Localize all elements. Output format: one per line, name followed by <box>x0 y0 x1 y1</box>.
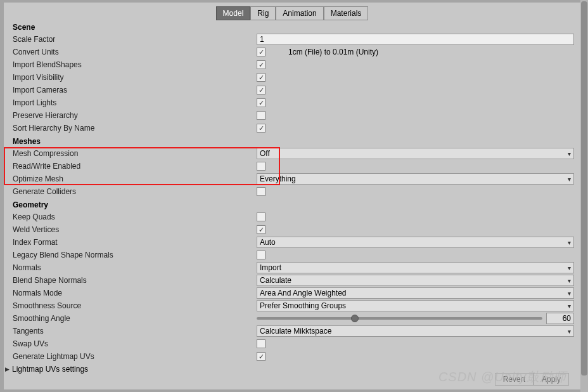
footer-buttons: Revert Apply <box>495 373 569 386</box>
convert-units-checkbox[interactable] <box>257 48 265 56</box>
chevron-down-icon: ▾ <box>568 176 571 183</box>
convert-units-label: Convert Units <box>13 48 257 56</box>
import-tabs: Model Rig Animation Materials <box>4 3 580 20</box>
generate-lightmap-uvs-checkbox[interactable] <box>257 352 265 361</box>
scale-factor-row: Scale Factor <box>13 33 574 46</box>
read-write-enabled-label: Read/Write Enabled <box>13 162 257 171</box>
normals-label: Normals <box>13 263 257 272</box>
weld-vertices-label: Weld Vertices <box>13 225 257 234</box>
preserve-hierarchy-label: Preserve Hierarchy <box>13 111 257 120</box>
optimize-mesh-label: Optimize Mesh <box>13 174 257 183</box>
swap-uvs-label: Swap UVs <box>13 339 257 348</box>
vertical-scrollbar[interactable] <box>580 0 588 392</box>
import-visibility-checkbox[interactable] <box>257 73 265 82</box>
keep-quads-label: Keep Quads <box>13 212 257 221</box>
generate-colliders-label: Generate Colliders <box>13 187 257 196</box>
mesh-compression-label: Mesh Compression <box>13 149 257 158</box>
blendshape-normals-dropdown[interactable]: Calculate▾ <box>257 275 574 286</box>
scale-factor-input[interactable] <box>257 34 574 45</box>
import-blendshapes-label: Import BlendShapes <box>13 60 257 69</box>
weld-vertices-checkbox[interactable] <box>257 225 265 234</box>
smoothness-source-label: Smoothness Source <box>13 301 257 310</box>
tab-animation[interactable]: Animation <box>276 6 323 20</box>
scrollbar-thumb[interactable] <box>581 1 587 376</box>
lightmap-uvs-settings-label: Lightmap UVs settings <box>12 365 88 374</box>
section-meshes-header: Meshes <box>4 134 580 147</box>
smoothing-angle-value[interactable]: 60 <box>546 313 574 324</box>
legacy-blendshape-normals-checkbox[interactable] <box>257 251 265 259</box>
import-lights-checkbox[interactable] <box>257 98 265 107</box>
tab-model[interactable]: Model <box>216 6 251 20</box>
normals-mode-label: Normals Mode <box>13 289 257 297</box>
blendshape-normals-label: Blend Shape Normals <box>13 276 257 285</box>
chevron-down-icon: ▾ <box>568 265 571 271</box>
import-cameras-checkbox[interactable] <box>257 86 265 95</box>
preserve-hierarchy-checkbox[interactable] <box>257 111 265 120</box>
import-visibility-label: Import Visibility <box>13 73 257 82</box>
index-format-label: Index Format <box>13 238 257 247</box>
tab-rig[interactable]: Rig <box>250 6 276 20</box>
apply-button[interactable]: Apply <box>534 373 569 386</box>
chevron-down-icon: ▾ <box>568 150 571 157</box>
chevron-down-icon: ▾ <box>568 328 571 335</box>
import-lights-label: Import Lights <box>13 98 257 107</box>
tangents-dropdown[interactable]: Calculate Mikktspace▾ <box>257 325 574 337</box>
triangle-right-icon: ▶ <box>5 366 10 372</box>
generate-colliders-checkbox[interactable] <box>257 187 265 196</box>
index-format-dropdown[interactable]: Auto▾ <box>257 237 574 248</box>
tab-materials[interactable]: Materials <box>324 6 369 20</box>
tangents-label: Tangents <box>13 327 257 336</box>
slider-thumb[interactable] <box>351 315 359 322</box>
normals-mode-dropdown[interactable]: Area And Angle Weighted▾ <box>257 287 574 299</box>
optimize-mesh-dropdown[interactable]: Everything▾ <box>257 173 574 185</box>
import-cameras-label: Import Cameras <box>13 86 257 95</box>
sort-hierarchy-label: Sort Hierarchy By Name <box>13 124 257 133</box>
inspector-panel: Model Rig Animation Materials Scene Scal… <box>4 3 580 389</box>
smoothness-source-dropdown[interactable]: Prefer Smoothing Groups▾ <box>257 300 574 311</box>
section-geometry-header: Geometry <box>4 198 580 211</box>
scale-factor-label: Scale Factor <box>13 35 257 44</box>
normals-dropdown[interactable]: Import▾ <box>257 262 574 273</box>
smoothing-angle-label: Smoothing Angle <box>13 314 257 323</box>
read-write-enabled-checkbox[interactable] <box>257 162 265 171</box>
legacy-blendshape-normals-label: Legacy Blend Shape Normals <box>13 251 257 259</box>
chevron-down-icon: ▾ <box>568 277 571 284</box>
generate-lightmap-uvs-label: Generate Lightmap UVs <box>13 352 257 361</box>
sort-hierarchy-checkbox[interactable] <box>257 124 265 133</box>
convert-units-row: Convert Units 1cm (File) to 0.01m (Unity… <box>13 46 574 58</box>
import-blendshapes-checkbox[interactable] <box>257 60 265 69</box>
revert-button[interactable]: Revert <box>495 373 534 386</box>
keep-quads-checkbox[interactable] <box>257 212 265 221</box>
section-scene-header: Scene <box>4 20 580 33</box>
convert-units-hint: 1cm (File) to 0.01m (Unity) <box>288 48 378 56</box>
smoothing-angle-slider[interactable] <box>257 317 542 320</box>
lightmap-uvs-settings-foldout[interactable]: ▶ Lightmap UVs settings <box>4 363 580 376</box>
chevron-down-icon: ▾ <box>568 239 571 246</box>
chevron-down-icon: ▾ <box>568 290 571 297</box>
mesh-compression-dropdown[interactable]: Off▾ <box>257 148 574 159</box>
swap-uvs-checkbox[interactable] <box>257 339 265 348</box>
chevron-down-icon: ▾ <box>568 303 571 310</box>
